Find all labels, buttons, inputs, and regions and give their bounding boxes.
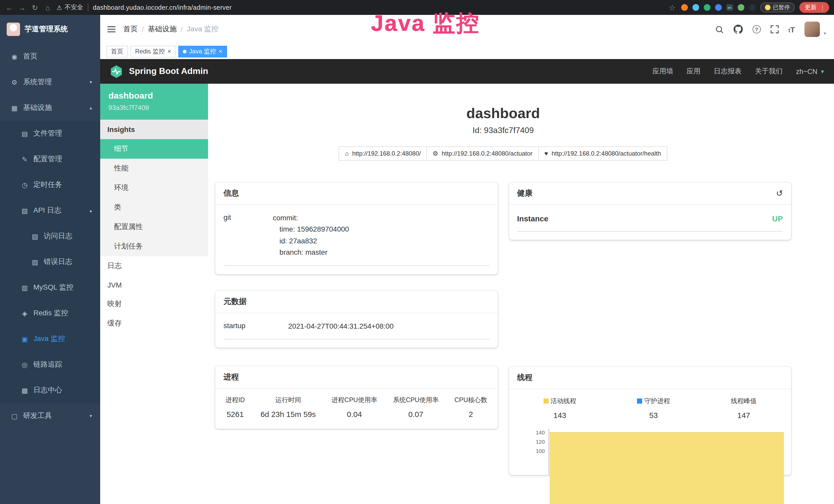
process-cpu-metric: 进程CPU使用率 0.04	[332, 396, 377, 418]
help-icon[interactable]: ?	[752, 25, 761, 33]
sba-item-jvm[interactable]: JVM	[100, 276, 208, 294]
tab-redis-monitor[interactable]: Redis 监控 ×	[130, 45, 176, 57]
sidebar-item-mysql-monitor[interactable]: ▥ MySQL 监控	[0, 275, 100, 300]
update-button[interactable]: 更新 ⋮	[799, 2, 829, 13]
instance-health-row[interactable]: Instance UP	[517, 205, 783, 232]
tab-home[interactable]: 首页	[106, 45, 128, 57]
system-cpu-metric: 系统CPU使用率 0.07	[393, 396, 439, 418]
instance-id: 93a3fc7f7409	[108, 104, 200, 111]
chevron-down-icon: ▾	[90, 79, 92, 85]
sidebar-item-file-manage[interactable]: ▤ 文件管理	[0, 121, 100, 146]
tab-java-monitor[interactable]: Java 监控 ×	[178, 45, 227, 57]
sba-item-config-props[interactable]: 配置属性	[100, 217, 208, 237]
github-icon[interactable]	[733, 25, 743, 34]
sidebar-item-log-center[interactable]: ▩ 日志中心	[0, 377, 100, 403]
security-indicator[interactable]: ⚠ 不安全	[57, 3, 83, 12]
history-icon[interactable]: ↺	[776, 188, 783, 198]
sba-item-mappings[interactable]: 映射	[100, 294, 208, 314]
app-logo[interactable]: 芋道管理系统	[0, 15, 100, 44]
chevron-up-icon: ▴	[90, 105, 92, 110]
avatar[interactable]	[805, 22, 820, 37]
sidebar-item-infra[interactable]: ▦ 基础设施 ▴	[0, 95, 100, 121]
chart-plot-area	[548, 429, 784, 475]
sba-brand-title[interactable]: Spring Boot Admin	[129, 66, 208, 76]
git-commit-time: time: 1596289704000	[273, 224, 489, 235]
breadcrumb-infra[interactable]: 基础设施	[148, 25, 177, 34]
extension-icon-1[interactable]	[681, 4, 687, 11]
sba-item-caches[interactable]: 缓存	[100, 314, 208, 333]
actuator-url-link[interactable]: ⚙ http://192.168.0.2:48080/actuator	[426, 146, 539, 161]
cpu-cores-metric: CPU核心数 2	[454, 396, 487, 418]
sidebar-item-access-log[interactable]: ▨ 访问日志	[0, 223, 100, 249]
forward-icon[interactable]: →	[18, 3, 26, 12]
git-info-row: git commit: time: 1596289704000 id: 27aa…	[223, 205, 489, 266]
live-threads-legend[interactable]: 活动线程 143	[544, 396, 576, 419]
sidebar-item-dev-tools[interactable]: ▢ 研发工具 ▾	[0, 403, 100, 429]
instance-url-link[interactable]: ⌂ http://192.168.0.2:48080/	[339, 146, 427, 161]
sba-nav-wallboard[interactable]: 应用墙	[652, 67, 673, 76]
sba-item-scheduled-tasks[interactable]: 计划任务	[100, 237, 208, 256]
divider	[88, 4, 88, 11]
infra-icon: ▦	[10, 104, 19, 112]
live-threads-area	[549, 432, 784, 504]
uptime-metric: 运行时间 6d 23h 15m 59s	[260, 396, 316, 418]
home-icon[interactable]: ⌂	[44, 3, 52, 12]
dev-tools-icon: ▢	[10, 412, 19, 420]
y-axis: 140 120 100	[529, 429, 547, 475]
fullscreen-icon[interactable]	[770, 25, 778, 33]
sidebar-item-config-manage[interactable]: ✎ 配置管理	[0, 146, 100, 172]
sidebar-item-system[interactable]: ⚙ 系统管理 ▾	[0, 69, 100, 95]
git-commit-id: id: 27aa832	[273, 235, 489, 247]
extension-icon-4[interactable]	[715, 4, 722, 11]
health-card-title: 健康	[517, 188, 532, 198]
sba-nav-applications[interactable]: 应用	[686, 67, 700, 76]
sba-item-details[interactable]: 细节	[100, 139, 208, 159]
health-url-link[interactable]: ♥ http://192.168.0.2:48080/actuator/heal…	[538, 146, 667, 161]
address-bar[interactable]: dashboard.yudao.iocoder.cn/infra/admin-s…	[93, 4, 232, 11]
sba-nav-about[interactable]: 关于我们	[755, 67, 783, 76]
dashboard-icon: ◉	[10, 53, 19, 60]
sba-item-logs[interactable]: 日志	[100, 256, 208, 276]
instance-name: dashboard	[108, 91, 200, 101]
threads-legend: 活动线程 143 守护进程 53 线程峰值 147	[509, 389, 791, 420]
extension-icon-5[interactable]: on	[726, 4, 733, 11]
font-size-icon[interactable]: tT	[788, 25, 795, 33]
sba-instance-header[interactable]: dashboard 93a3fc7f7409	[100, 84, 208, 120]
error-log-icon: ▨	[31, 258, 39, 266]
extension-icon-6[interactable]	[738, 4, 744, 11]
paused-badge[interactable]: 已暂停	[760, 3, 794, 12]
close-icon[interactable]: ×	[168, 48, 171, 54]
extension-icon-7[interactable]	[749, 4, 755, 11]
extension-icon-2[interactable]	[692, 4, 699, 11]
sba-item-environment[interactable]: 环境	[100, 178, 208, 198]
sba-language-select[interactable]: zh~CN ▼	[796, 68, 825, 75]
star-icon[interactable]: ☆	[668, 3, 676, 12]
security-label: 不安全	[65, 3, 83, 12]
browser-menu-icon[interactable]: ⋮	[820, 4, 826, 11]
close-icon[interactable]: ×	[219, 48, 222, 54]
spring-boot-logo-icon[interactable]	[109, 65, 123, 78]
active-dot	[183, 49, 186, 53]
reload-icon[interactable]: ↻	[31, 3, 39, 12]
daemon-threads-legend[interactable]: 守护进程 53	[637, 396, 670, 419]
sidebar-item-redis-monitor[interactable]: ◈ Redis 监控	[0, 300, 100, 326]
extension-icon-3[interactable]	[704, 4, 710, 11]
sidebar-item-error-log[interactable]: ▨ 错误日志	[0, 249, 100, 275]
sba-sidebar: dashboard 93a3fc7f7409 Insights 细节 性能 环境…	[100, 84, 208, 504]
search-icon[interactable]	[715, 25, 724, 33]
sba-item-metrics[interactable]: 性能	[100, 159, 208, 178]
threads-card-title: 线程	[509, 367, 791, 389]
sba-nav-journal[interactable]: 日志报表	[714, 67, 742, 76]
sba-item-classes[interactable]: 类	[100, 198, 208, 217]
breadcrumb-home[interactable]: 首页	[123, 25, 138, 34]
sidebar-item-trace[interactable]: ◎ 链路追踪	[0, 352, 100, 377]
warning-icon: ⚠	[57, 4, 62, 11]
back-icon[interactable]: ←	[5, 3, 13, 12]
info-card: 信息 git commit: time: 1596289704000 id: 2…	[215, 182, 498, 274]
sidebar-fold-icon[interactable]	[107, 26, 115, 32]
redis-monitor-icon: ◈	[21, 310, 29, 317]
sidebar-item-api-log[interactable]: ▧ API 日志 ▴	[0, 198, 100, 223]
sidebar-item-schedule-job[interactable]: ◷ 定时任务	[0, 172, 100, 198]
sidebar-item-home[interactable]: ◉ 首页	[0, 44, 100, 69]
sidebar-item-java-monitor[interactable]: ▣ Java 监控	[0, 326, 100, 352]
